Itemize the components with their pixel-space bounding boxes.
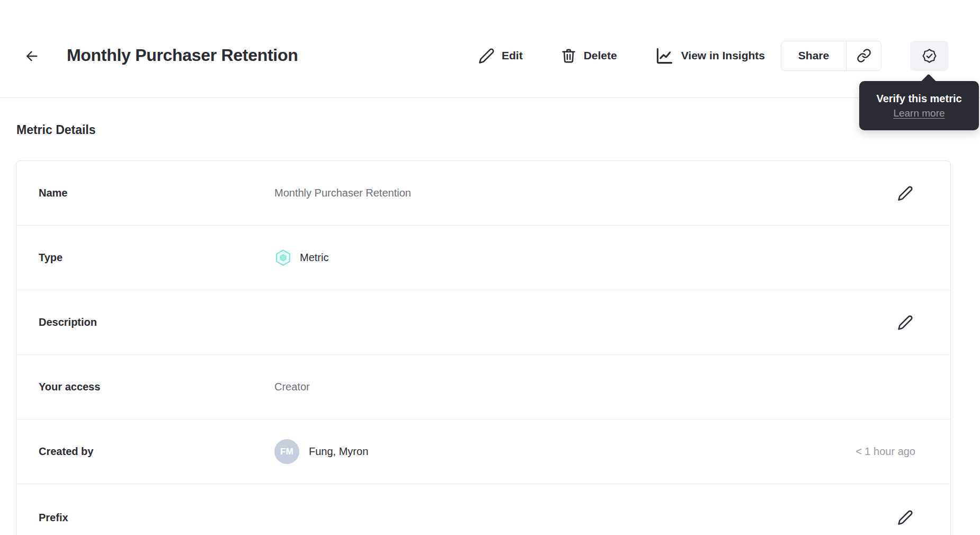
pencil-icon (897, 185, 913, 201)
detail-row-prefix: Prefix (16, 484, 950, 535)
section-title: Metric Details (16, 123, 96, 137)
metric-hexagon-icon (274, 249, 292, 266)
delete-label: Delete (584, 49, 617, 62)
edit-name-button[interactable] (895, 183, 915, 203)
metric-details-card: Name Monthly Purchaser Retention Type (16, 160, 951, 535)
row-label: Prefix (39, 512, 274, 524)
edit-label: Edit (502, 49, 523, 62)
created-timestamp: < 1 hour ago (856, 445, 915, 458)
detail-row-description: Description (16, 290, 950, 355)
page-title: Monthly Purchaser Retention (67, 46, 298, 65)
detail-row-your-access: Your access Creator (16, 355, 950, 420)
verify-metric-button[interactable] (910, 41, 948, 71)
row-value: Metric (300, 252, 328, 264)
delete-button[interactable]: Delete (560, 48, 617, 64)
row-label: Type (39, 252, 274, 264)
page-header: Monthly Purchaser Retention Edit (0, 0, 980, 98)
share-button-group: Share (781, 41, 881, 71)
share-button[interactable]: Share (781, 41, 846, 70)
link-icon (857, 48, 871, 63)
trash-icon (560, 48, 577, 64)
arrow-left-icon (23, 49, 41, 64)
pencil-icon (897, 510, 913, 525)
verified-badge-icon (921, 48, 938, 64)
row-value: Creator (274, 381, 310, 393)
avatar: FM (274, 439, 299, 464)
edit-description-button[interactable] (895, 313, 915, 333)
edit-prefix-button[interactable] (895, 507, 915, 528)
row-label: Name (39, 187, 274, 199)
back-button[interactable] (21, 47, 42, 66)
row-label: Created by (39, 445, 274, 458)
verify-tooltip: Verify this metric Learn more (859, 81, 979, 130)
edit-button[interactable]: Edit (478, 48, 523, 64)
metric-details-page: Monthly Purchaser Retention Edit (0, 0, 980, 535)
pencil-icon (478, 48, 495, 64)
detail-row-name: Name Monthly Purchaser Retention (16, 161, 950, 226)
line-chart-icon (655, 46, 674, 66)
row-label: Description (39, 316, 274, 328)
row-value: Monthly Purchaser Retention (274, 187, 411, 199)
copy-link-button[interactable] (846, 41, 881, 70)
view-in-insights-button[interactable]: View in Insights (655, 46, 765, 66)
verify-tooltip-title: Verify this metric (876, 93, 961, 105)
row-value: Fung, Myron (309, 445, 368, 458)
detail-row-type: Type Metric (16, 226, 950, 290)
view-in-insights-label: View in Insights (681, 49, 765, 62)
row-label: Your access (39, 381, 274, 393)
detail-row-created-by: Created by FM Fung, Myron < 1 hour ago (16, 420, 950, 484)
pencil-icon (897, 315, 913, 331)
header-actions: Edit Delete (478, 40, 948, 71)
learn-more-link[interactable]: Learn more (893, 108, 945, 119)
